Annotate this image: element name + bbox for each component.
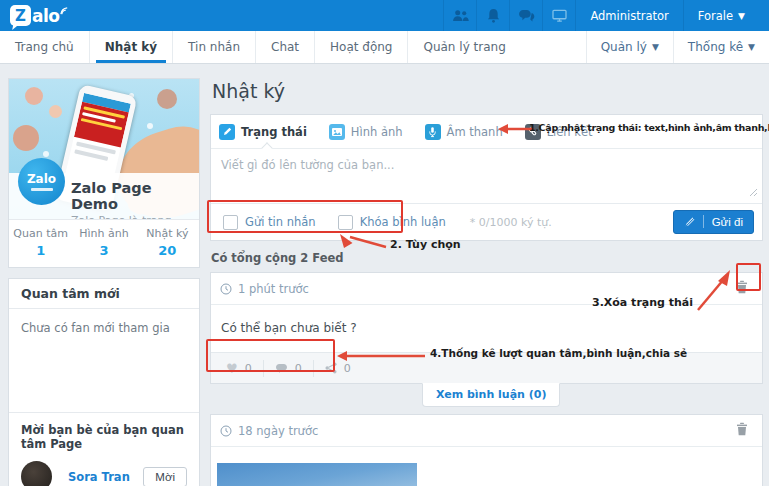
notifications-bell-icon[interactable] bbox=[476, 0, 509, 31]
comments-count[interactable]: 0 bbox=[264, 360, 314, 377]
tab-link[interactable]: Liên kết bbox=[525, 124, 593, 140]
feed-2-photo[interactable] bbox=[217, 463, 417, 486]
nav-item-tin-nhan[interactable]: Tin nhắn bbox=[172, 31, 255, 63]
administrator-link[interactable]: Administrator bbox=[575, 0, 682, 31]
account-menu[interactable]: Forale ▼ bbox=[683, 0, 759, 31]
feed-item-1: 1 phút trước Có thể bạn chưa biết ? ♥ 0 … bbox=[210, 272, 763, 384]
zalo-page-admin-screen: Z alo Administrator Forale ▼ bbox=[0, 0, 769, 486]
feed-2-header: 18 ngày trước bbox=[211, 415, 762, 446]
delete-status-button[interactable] bbox=[731, 419, 753, 442]
sidebar: Zalo Zalo Page Demo Zalo Page là trang .… bbox=[8, 78, 200, 486]
delete-status-button[interactable] bbox=[731, 277, 753, 300]
feed-1-timestamp[interactable]: 1 phút trước bbox=[220, 282, 309, 296]
cover-avatar-bubble bbox=[157, 89, 177, 109]
friend-name-link[interactable]: Sora Tran bbox=[68, 470, 130, 484]
page-description: Zalo Page là trang ... bbox=[71, 214, 191, 219]
image-icon bbox=[329, 124, 345, 140]
cover-dot bbox=[43, 151, 49, 157]
zalo-logo[interactable]: Z alo bbox=[10, 5, 69, 26]
comment-icon bbox=[275, 363, 288, 374]
character-counter: * 0/1000 ký tự. bbox=[470, 216, 552, 229]
checkbox-icon bbox=[338, 215, 353, 230]
friends-icon[interactable] bbox=[443, 0, 476, 31]
new-fans-empty-text: Chưa có fan mới tham gia bbox=[9, 309, 199, 412]
trash-icon bbox=[736, 280, 748, 294]
pencil-icon bbox=[684, 215, 697, 228]
feed-1-stats: ♥ 0 0 0 bbox=[211, 352, 762, 383]
feed-2-timestamp[interactable]: 18 ngày trước bbox=[220, 424, 318, 438]
status-input[interactable]: Viết gì đó lên tường của bạn... bbox=[211, 148, 762, 203]
zalo-logo-wave-icon bbox=[60, 6, 69, 15]
statistics-dropdown[interactable]: Thống kê ▼ bbox=[673, 31, 769, 63]
invite-button[interactable]: Mời bbox=[143, 467, 187, 486]
feed-1-text: Có thể bạn chưa biết ? bbox=[211, 304, 762, 352]
feed-count: Có tổng cộng 2 Feed bbox=[211, 251, 763, 265]
cover-avatar-bubble bbox=[49, 105, 62, 118]
nav-item-trang-chu[interactable]: Trang chủ bbox=[0, 31, 89, 63]
link-icon bbox=[525, 124, 541, 140]
share-icon bbox=[325, 362, 337, 374]
composer-footer: Gửi tin nhắn Khóa bình luận * 0/1000 ký … bbox=[211, 203, 762, 240]
page-name-band: Zalo Zalo Page Demo Zalo Page là trang .… bbox=[9, 173, 199, 219]
caret-down-icon: ▼ bbox=[748, 42, 755, 52]
topbar-right: Administrator Forale ▼ bbox=[443, 0, 759, 31]
stat-nhat-ky[interactable]: Nhật ký 20 bbox=[136, 227, 199, 258]
zalo-logo-bubble: Z bbox=[10, 5, 31, 26]
nav-right: Quản lý ▼ Thống kê ▼ bbox=[586, 31, 769, 63]
monitor-icon[interactable] bbox=[542, 0, 575, 31]
likes-count[interactable]: ♥ 0 bbox=[215, 360, 264, 377]
status-composer: Trạng thái Hình ảnh Âm thanh bbox=[210, 114, 763, 241]
invite-title: Mời bạn bè của bạn quan tâm Page bbox=[21, 423, 187, 451]
caret-down-icon: ▼ bbox=[652, 42, 659, 52]
button-divider bbox=[703, 215, 704, 228]
pencil-icon bbox=[219, 124, 235, 140]
checkbox-icon bbox=[223, 215, 238, 230]
page-avatar[interactable]: Zalo bbox=[18, 158, 65, 205]
topbar: Z alo Administrator Forale ▼ bbox=[0, 0, 769, 31]
zalo-logo-text: alo bbox=[32, 6, 59, 26]
new-fans-panel: Quan tâm mới Chưa có fan mới tham gia Mờ… bbox=[8, 278, 200, 486]
nav-item-nhat-ky[interactable]: Nhật ký bbox=[89, 31, 172, 63]
view-comments-button[interactable]: Xem bình luận (0) bbox=[422, 383, 560, 407]
page-stats-row: Quan tâm 1 Hình ảnh 3 Nhật ký 20 bbox=[9, 219, 199, 267]
main-column: Nhật ký Trạng thái Hình ảnh bbox=[210, 78, 763, 486]
stat-hinh-anh[interactable]: Hình ảnh 3 bbox=[72, 227, 135, 258]
lock-comments-checkbox[interactable]: Khóa bình luận bbox=[338, 215, 446, 230]
manage-dropdown[interactable]: Quản lý ▼ bbox=[586, 31, 673, 63]
composer-tabs: Trạng thái Hình ảnh Âm thanh bbox=[211, 115, 762, 148]
heart-icon: ♥ bbox=[226, 362, 238, 375]
microphone-icon bbox=[425, 124, 441, 140]
nav-left: Trang chủ Nhật ký Tin nhắn Chat Hoạt độn… bbox=[0, 31, 521, 63]
clock-icon bbox=[220, 283, 232, 295]
shares-count[interactable]: 0 bbox=[314, 360, 362, 377]
trash-icon bbox=[736, 422, 748, 436]
send-button[interactable]: Gửi đi bbox=[673, 210, 754, 234]
cover-avatar-bubble bbox=[25, 87, 43, 105]
page-title: Nhật ký bbox=[212, 80, 763, 102]
nav-item-quan-ly-trang[interactable]: Quản lý trang bbox=[407, 31, 520, 63]
account-name: Forale bbox=[698, 9, 733, 23]
nav-item-chat[interactable]: Chat bbox=[255, 31, 314, 63]
invite-section: Mời bạn bè của bạn quan tâm Page Sora Tr… bbox=[9, 412, 199, 486]
send-message-checkbox[interactable]: Gửi tin nhắn bbox=[223, 215, 316, 230]
feed-item-2: 18 ngày trước bbox=[210, 414, 763, 486]
tab-status[interactable]: Trạng thái bbox=[219, 124, 307, 140]
page-profile-card: Zalo Zalo Page Demo Zalo Page là trang .… bbox=[8, 78, 200, 268]
clock-icon bbox=[220, 425, 232, 437]
tab-audio[interactable]: Âm thanh bbox=[425, 124, 503, 140]
feed-1-header: 1 phút trước bbox=[211, 273, 762, 304]
cover-dot bbox=[147, 123, 153, 129]
page-cover-photo: Zalo Zalo Page Demo Zalo Page là trang .… bbox=[9, 79, 199, 219]
stat-quan-tam[interactable]: Quan tâm 1 bbox=[9, 227, 72, 258]
content: Zalo Zalo Page Demo Zalo Page là trang .… bbox=[0, 64, 769, 486]
status-input-placeholder: Viết gì đó lên tường của bạn... bbox=[221, 158, 394, 172]
nav-item-hoat-dong[interactable]: Hoạt động bbox=[314, 31, 407, 63]
main-navbar: Trang chủ Nhật ký Tin nhắn Chat Hoạt độn… bbox=[0, 31, 769, 64]
tab-image[interactable]: Hình ảnh bbox=[329, 124, 403, 140]
page-name: Zalo Page Demo bbox=[71, 180, 191, 212]
messages-chat-icon[interactable] bbox=[509, 0, 542, 31]
friend-row: Sora Tran Mời bbox=[21, 451, 187, 486]
friend-avatar[interactable] bbox=[21, 461, 52, 486]
resize-grip[interactable] bbox=[749, 186, 758, 200]
new-fans-title: Quan tâm mới bbox=[9, 279, 199, 309]
